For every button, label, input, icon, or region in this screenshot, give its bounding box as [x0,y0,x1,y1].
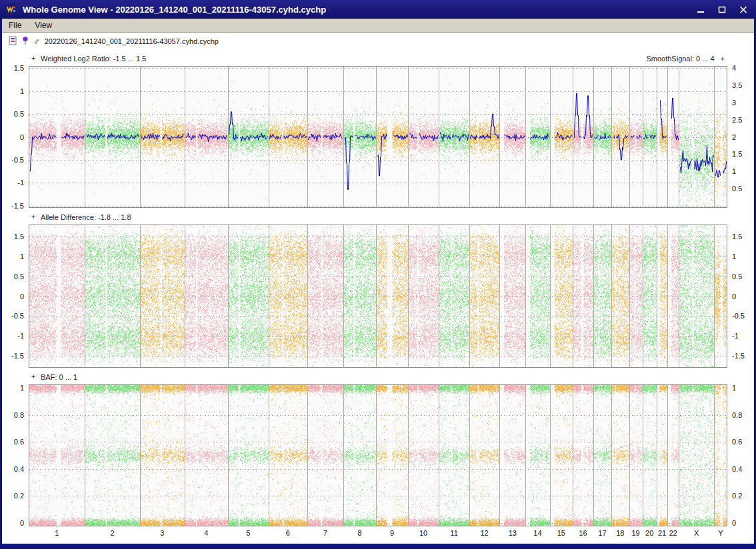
y-axis-tick-label: 1 [732,384,736,392]
chromosome-label: 17 [593,529,611,537]
weighted-log2-panel-header: + Weighted Log2 Ratio: -1.5 ... 1.5 Smoo… [2,54,754,64]
y-axis-tick-label: 0.2 [14,492,24,500]
smoothsignal-tick-label: 4 [732,64,736,72]
baf-plot[interactable] [29,384,727,526]
y-axis-tick-label: 0.6 [14,438,24,446]
chromosome-label: 10 [415,529,432,537]
y-axis-tick-label: -1 [17,179,24,187]
allele-difference-panel-header: + Allele Difference: -1.8 ... 1.8 [2,213,754,223]
marker-pin-icon [22,36,29,47]
weighted-log2-panel-title: Weighted Log2 Ratio: -1.5 ... 1.5 [41,55,146,63]
expand-smoothsignal-button[interactable]: + [721,55,725,63]
chromosome-label: 9 [383,529,401,537]
smoothsignal-tick-label: 2.5 [732,116,742,124]
baf-left-axis: 10.80.60.40.20 [2,384,29,526]
chromosome-label: 14 [529,529,546,537]
sample-filename: 20220126_141240_001_20211116-43057.cyhd.… [45,37,219,45]
allele-difference-plot[interactable] [29,225,727,368]
y-axis-tick-label: -1.5 [11,202,24,210]
allele-difference-left-axis: 1.510.50-0.5-1-1.5 [2,225,29,368]
menu-view[interactable]: View [35,21,52,30]
baf-panel-header: + BAF: 0 ... 1 [2,372,754,382]
smoothsignal-tick-label: 2 [732,133,736,141]
y-axis-tick-label: 0 [20,519,24,527]
maximize-button[interactable] [715,3,729,16]
chromosome-label: X [688,529,705,537]
expand-baf-button[interactable]: + [31,372,35,380]
y-axis-tick-label: -1.5 [732,352,745,360]
y-axis-tick-label: -0.5 [732,312,745,320]
smoothsignal-right-axis: 43.532.521.510.5 [727,66,754,208]
weighted-log2-left-axis: 1.510.50-0.5-1-1.5 [2,66,29,208]
chromosome-label: 2 [104,529,121,537]
smoothsignal-axis-title: SmoothSignal: 0 ... 4 [646,55,714,63]
male-symbol: ♂ [33,37,40,46]
y-axis-tick-label: 1 [20,253,24,261]
y-axis-tick-label: -0.5 [11,312,24,320]
allele-difference-panel-title: Allele Difference: -1.8 ... 1.8 [41,213,131,221]
sample-bar: ♂ 20220126_141240_001_20211116-43057.cyh… [2,33,754,50]
chromosome-axis: 12345678910111213141516171819202122XY [29,528,727,538]
chromosome-label: 7 [317,529,334,537]
window-title: Whole Genome View - 20220126_141240_001_… [23,5,326,15]
chromosome-label: 12 [476,529,493,537]
y-axis-tick-label: 0.8 [732,411,742,419]
y-axis-tick-label: 1.5 [732,233,742,241]
menu-bar: File View [2,19,754,33]
y-axis-tick-label: -0.5 [11,156,24,164]
baf-panel-title: BAF: 0 ... 1 [41,373,77,381]
expand-allele-difference-button[interactable]: + [31,213,35,221]
chromosome-label: 18 [611,529,629,537]
chromosome-label: 1 [48,529,65,537]
chromosome-label: 16 [574,529,591,537]
y-axis-tick-label: 0 [20,133,24,141]
chromosome-label: Y [712,529,729,537]
y-axis-tick-label: 0 [20,292,24,300]
smoothsignal-tick-label: 3 [732,99,736,107]
y-axis-tick-label: 0.5 [14,273,24,280]
chromosome-label: 4 [197,529,215,537]
minimize-button[interactable] [693,3,708,16]
y-axis-tick-label: 0.8 [14,411,24,419]
chromosome-label: 5 [239,529,257,537]
whole-genome-view-window: Whole Genome View - 20220126_141240_001_… [0,0,756,549]
expand-weighted-log2-button[interactable]: + [31,54,35,62]
close-button[interactable] [736,3,751,16]
y-axis-tick-label: 0.4 [732,465,742,473]
chromosome-label: 3 [153,529,171,537]
smoothsignal-tick-label: 1 [732,167,736,175]
chromosome-label: 6 [279,529,297,537]
sample-type-icon [8,36,17,47]
y-axis-tick-label: 1 [20,384,24,392]
weighted-log2-ratio-plot[interactable] [29,66,727,208]
y-axis-tick-label: 0.4 [14,465,24,473]
y-axis-tick-label: 0.5 [14,110,24,118]
menu-file[interactable]: File [9,21,21,30]
app-logo-icon [5,3,17,15]
smoothsignal-tick-label: 0.5 [732,185,742,193]
y-axis-tick-label: -1 [732,332,739,340]
charts-area: + Weighted Log2 Ratio: -1.5 ... 1.5 Smoo… [2,50,754,544]
title-bar[interactable]: Whole Genome View - 20220126_141240_001_… [0,0,756,19]
smoothsignal-tick-label: 1.5 [732,150,742,158]
baf-right-axis: 10.80.60.40.20 [727,384,754,526]
y-axis-tick-label: -1.5 [11,352,24,360]
chromosome-label: 8 [351,529,369,537]
chromosome-label: 22 [665,529,682,537]
smoothsignal-tick-label: 3.5 [732,81,742,89]
chromosome-label: 13 [504,529,521,537]
chromosome-label: 11 [445,529,463,537]
y-axis-tick-label: 1 [20,87,24,95]
y-axis-tick-label: 1.5 [14,233,24,241]
y-axis-tick-label: 0.6 [732,438,742,446]
y-axis-tick-label: 1 [732,253,736,261]
y-axis-tick-label: 0 [732,292,736,300]
y-axis-tick-label: 0.2 [732,492,742,500]
y-axis-tick-label: -1 [17,332,24,340]
y-axis-tick-label: 1.5 [14,64,24,72]
client-area: File View ♂ 20220126_141240_001_20211116… [2,19,754,544]
chromosome-label: 15 [553,529,570,537]
y-axis-tick-label: 0.5 [732,273,742,280]
y-axis-tick-label: 0 [732,519,736,527]
allele-difference-right-axis: 1.510.50-0.5-1-1.5 [727,225,754,368]
